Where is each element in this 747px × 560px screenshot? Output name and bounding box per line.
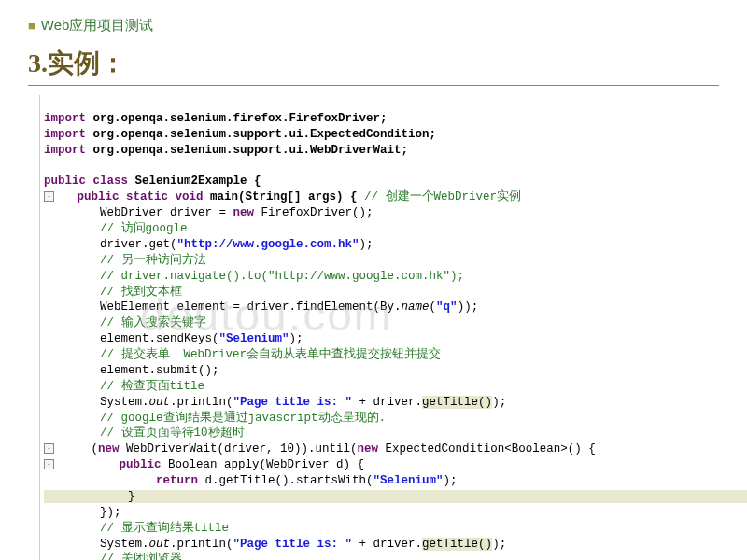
header-text: Web应用项目测试 [41, 17, 154, 33]
code-line: public Boolean apply(WebDriver d) { [120, 458, 365, 471]
code-line: WebDriver driver = new FirefoxDriver(); [100, 206, 374, 219]
code-comment: // 访问google [100, 222, 188, 235]
fold-icon[interactable]: - [44, 443, 54, 454]
code-line: element.submit(); [100, 364, 219, 377]
section-title: 3.实例： [28, 46, 719, 86]
code-line: WebElement element = driver.findElement(… [100, 301, 478, 314]
code-comment: // 找到文本框 [100, 286, 182, 299]
fold-icon[interactable]: - [44, 191, 54, 202]
code-line: driver.get("http://www.google.com.hk"); [100, 238, 374, 251]
code-comment: // 检查页面title [100, 380, 204, 393]
code-line: import org.openqa.selenium.firefox.Firef… [44, 112, 388, 125]
code-comment: // 关闭浏览器 [100, 553, 182, 560]
bullet-icon: ■ [28, 19, 35, 33]
code-line: System.out.println("Page title is: " + d… [100, 396, 506, 409]
code-line: import org.openqa.selenium.support.ui.We… [44, 144, 408, 157]
page-header: ■Web应用项目测试 [28, 17, 719, 35]
code-comment: // driver.navigate().to("http://www.goog… [100, 270, 464, 283]
code-line: element.sendKeys("Selenium"); [100, 332, 303, 345]
code-line: public class Selenium2Example { [44, 175, 261, 188]
code-line: }); [100, 506, 121, 519]
fold-icon[interactable]: - [44, 459, 54, 469]
code-block: import org.openqa.selenium.firefox.Firef… [39, 95, 719, 560]
code-comment: // 提交表单 WebDriver会自动从表单中查找提交按钮并提交 [100, 348, 441, 361]
code-line: System.out.println("Page title is: " + d… [100, 538, 506, 551]
code-line: return d.getTitle().startsWith("Selenium… [156, 474, 458, 487]
code-line: import org.openqa.selenium.support.ui.Ex… [44, 128, 436, 141]
code-line: } [44, 490, 747, 503]
slide-content: ■Web应用项目测试 3.实例： import org.openqa.selen… [0, 0, 747, 560]
code-comment: // google查询结果是通过javascript动态呈现的. [100, 412, 386, 425]
section-label: 实例： [48, 49, 126, 77]
code-line: (new WebDriverWait(driver, 10)).until(ne… [92, 442, 596, 455]
code-comment: // 设置页面等待10秒超时 [100, 427, 245, 440]
code-comment: // 另一种访问方法 [100, 254, 206, 267]
code-comment: // 显示查询结果title [100, 522, 229, 535]
code-line: public static void main(String[] args) {… [78, 190, 522, 203]
code-comment: // 输入搜索关键字 [100, 316, 206, 329]
section-number: 3. [28, 49, 48, 77]
